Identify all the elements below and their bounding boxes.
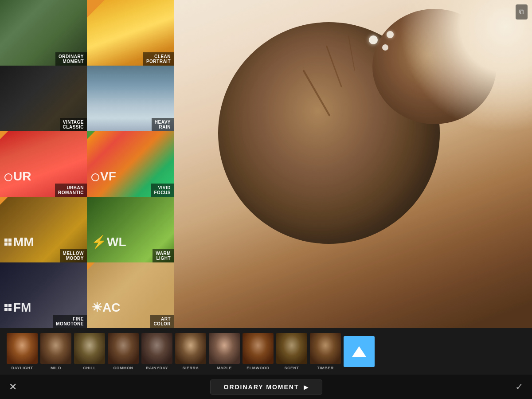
filter-tile-ordinary-moment[interactable]: ORDINARYMOMENT (0, 0, 87, 66)
filter-tile-mellow-moody[interactable]: MM MELLOWMOODY (0, 197, 87, 262)
filter-tile-fine-monotone[interactable]: FM FINEMONOTONE (0, 262, 87, 328)
filter-tile-vintage-classic[interactable]: VINTAGECLASSIC (0, 66, 87, 131)
tile-label-warm: WARMLIGHT (153, 249, 174, 262)
filter-thumb-maple[interactable]: MAPLE (209, 333, 240, 370)
filter-thumb-mild[interactable]: MILD (40, 333, 71, 370)
left-panel: ORDINARYMOMENT CLEANPORTRAIT VINTAGECLAS… (0, 0, 174, 328)
bottom-strip: DAYLIGHT MILD CHILL COMMON (0, 328, 532, 399)
selected-filter-title: ORDINARY MOMENT (224, 383, 299, 391)
cancel-button[interactable]: ✕ (9, 381, 17, 393)
filter-thumb-sierra[interactable]: SIERRA (175, 333, 206, 370)
filter-thumb-scent[interactable]: SCENT (276, 333, 307, 370)
filter-thumb-rainyday[interactable]: RAINYDAY (141, 333, 172, 370)
tile-label-art: ARTCOLOR (150, 315, 174, 328)
bottom-action-bar: ✕ ORDINARY MOMENT ▶ ✓ (0, 375, 532, 399)
filter-label-sierra: SIERRA (182, 366, 199, 370)
export-button[interactable]: ⧉ (516, 4, 528, 20)
filter-thumb-elmwood[interactable]: ELMWOOD (243, 333, 274, 370)
filter-label-chill: CHILL (83, 366, 96, 370)
filter-tile-warm-light[interactable]: ⚡WL WARMLIGHT (87, 197, 174, 262)
filter-title-button[interactable]: ORDINARY MOMENT ▶ (210, 379, 322, 395)
filter-label-scent: SCENT (284, 366, 299, 370)
tile-label-vintage: VINTAGECLASSIC (60, 118, 87, 131)
filter-label-daylight: DAYLIGHT (11, 366, 33, 370)
play-icon: ▶ (304, 383, 309, 391)
tile-label-vivid: VIVIDFOCUS (151, 184, 174, 197)
filter-scroll-up-button[interactable] (344, 336, 375, 367)
filter-thumb-common[interactable]: COMMON (108, 333, 139, 370)
confirm-button[interactable]: ✓ (515, 381, 523, 393)
tile-label-heavy: HEAVYRAIN (152, 118, 174, 131)
tile-label-clean: CLEANPORTRAIT (143, 52, 174, 66)
main-photo (174, 0, 532, 328)
filter-label-rainyday: RAINYDAY (146, 366, 168, 370)
filter-tile-clean-portrait[interactable]: CLEANPORTRAIT (87, 0, 174, 66)
filter-tile-heavy-rain[interactable]: HEAVYRAIN (87, 66, 174, 131)
tile-label-mellow: MELLOWMOODY (60, 249, 87, 262)
filter-label-elmwood: ELMWOOD (246, 366, 270, 370)
filter-tile-art-color[interactable]: ☀AC ARTCOLOR (87, 262, 174, 328)
filter-label-mild: MILD (51, 366, 61, 370)
tile-label-urban: URBANROMANTIC (55, 184, 87, 197)
tile-label-fine: FINEMONOTONE (53, 315, 87, 328)
filter-label-timber: TIMBER (317, 366, 334, 370)
main-image-container: ⧉ (174, 0, 532, 328)
arrow-up-icon (352, 346, 366, 357)
filter-thumb-chill[interactable]: CHILL (74, 333, 105, 370)
filter-thumb-timber[interactable]: TIMBER (310, 333, 341, 370)
main-area: ORDINARYMOMENT CLEANPORTRAIT VINTAGECLAS… (0, 0, 532, 328)
filter-tile-urban-romantic[interactable]: UR URBANROMANTIC (0, 131, 87, 197)
filter-thumb-daylight[interactable]: DAYLIGHT (7, 333, 38, 370)
filter-thumbnails-row: DAYLIGHT MILD CHILL COMMON (0, 328, 532, 375)
tile-label-ordinary: ORDINARYMOMENT (55, 52, 87, 66)
filter-tile-vivid-focus[interactable]: VF VIVIDFOCUS (87, 131, 174, 197)
filter-label-maple: MAPLE (217, 366, 232, 370)
filter-label-common: COMMON (113, 366, 133, 370)
